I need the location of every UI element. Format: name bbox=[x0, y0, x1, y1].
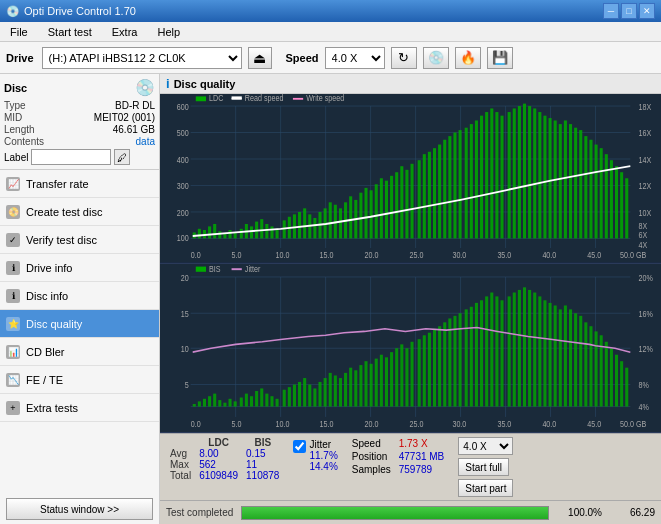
test-speed-select[interactable]: 4.0 X bbox=[458, 437, 513, 455]
svg-text:16X: 16X bbox=[639, 129, 652, 139]
position-value: 47731 MB bbox=[395, 450, 449, 463]
svg-text:18X: 18X bbox=[639, 102, 652, 112]
svg-rect-212 bbox=[533, 292, 536, 406]
jitter-checkbox[interactable] bbox=[293, 440, 306, 453]
svg-rect-191 bbox=[423, 335, 426, 406]
minimize-button[interactable]: ─ bbox=[603, 3, 619, 19]
svg-text:6X: 6X bbox=[639, 231, 648, 241]
save-button[interactable]: 💾 bbox=[487, 47, 513, 69]
svg-rect-182 bbox=[375, 358, 378, 406]
samples-label: Samples bbox=[348, 463, 395, 476]
drive-select[interactable]: (H:) ATAPI iHBS112 2 CL0K bbox=[42, 47, 242, 69]
svg-text:Jitter: Jitter bbox=[245, 264, 261, 274]
svg-rect-188 bbox=[405, 348, 408, 406]
svg-text:12X: 12X bbox=[639, 182, 652, 192]
svg-rect-185 bbox=[390, 352, 393, 406]
drive-info-label: Drive info bbox=[26, 262, 72, 274]
contents-key: Contents bbox=[4, 136, 54, 147]
svg-rect-39 bbox=[313, 218, 316, 238]
menu-file[interactable]: File bbox=[4, 24, 34, 40]
chart2-section: 20 15 10 5 20% 16% 12% 8% 4% 0.0 5.0 10.… bbox=[160, 264, 661, 434]
length-key: Length bbox=[4, 124, 54, 135]
progress-percent: 100.0% bbox=[557, 507, 602, 518]
status-window-button[interactable]: Status window >> bbox=[6, 498, 153, 520]
svg-rect-52 bbox=[380, 178, 383, 238]
svg-text:10.0: 10.0 bbox=[276, 419, 290, 429]
svg-rect-183 bbox=[380, 354, 383, 406]
max-bis: 11 bbox=[242, 459, 283, 470]
svg-rect-195 bbox=[443, 322, 446, 406]
svg-rect-21 bbox=[218, 231, 221, 238]
sidebar-item-disc-quality[interactable]: ⭐ Disc quality bbox=[0, 310, 159, 338]
refresh-button[interactable]: ↻ bbox=[391, 47, 417, 69]
svg-text:Write speed: Write speed bbox=[306, 94, 344, 103]
svg-rect-213 bbox=[538, 296, 541, 406]
svg-rect-89 bbox=[574, 128, 577, 239]
sidebar-item-cd-bler[interactable]: 📊 CD Bler bbox=[0, 338, 159, 366]
chart2-svg: 20 15 10 5 20% 16% 12% 8% 4% 0.0 5.0 10.… bbox=[160, 264, 661, 433]
speed-select[interactable]: 4.0 X bbox=[325, 47, 385, 69]
svg-rect-64 bbox=[443, 140, 446, 239]
start-part-button[interactable]: Start part bbox=[458, 479, 513, 497]
svg-rect-187 bbox=[400, 344, 403, 406]
sidebar-item-fe-te[interactable]: 📉 FE / TE bbox=[0, 366, 159, 394]
disc-button[interactable]: 💿 bbox=[423, 47, 449, 69]
burn-button[interactable]: 🔥 bbox=[455, 47, 481, 69]
app-title: Opti Drive Control 1.70 bbox=[24, 5, 136, 17]
sidebar-item-transfer-rate[interactable]: 📈 Transfer rate bbox=[0, 170, 159, 198]
svg-rect-176 bbox=[344, 372, 347, 406]
svg-rect-166 bbox=[293, 384, 296, 406]
bis-header: BIS bbox=[242, 437, 283, 448]
svg-rect-200 bbox=[470, 306, 473, 406]
menu-extra[interactable]: Extra bbox=[106, 24, 144, 40]
avg-label: Avg bbox=[166, 448, 195, 459]
jitter-area: Jitter 11.7% 14.4% bbox=[293, 437, 337, 472]
create-test-label: Create test disc bbox=[26, 206, 102, 218]
svg-rect-180 bbox=[364, 361, 367, 406]
progress-extra: 66.29 bbox=[610, 507, 655, 518]
sidebar-item-disc-info[interactable]: ℹ Disc info bbox=[0, 282, 159, 310]
sidebar-item-extra-tests[interactable]: + Extra tests bbox=[0, 394, 159, 422]
svg-text:20%: 20% bbox=[639, 273, 653, 283]
svg-rect-96 bbox=[610, 160, 613, 238]
cd-bler-icon: 📊 bbox=[6, 345, 20, 359]
svg-rect-22 bbox=[223, 234, 226, 239]
svg-rect-37 bbox=[303, 208, 306, 238]
svg-rect-17 bbox=[198, 229, 201, 239]
svg-rect-205 bbox=[495, 296, 498, 406]
start-full-button[interactable]: Start full bbox=[458, 458, 509, 476]
svg-rect-97 bbox=[615, 166, 618, 238]
maximize-button[interactable]: □ bbox=[621, 3, 637, 19]
extra-tests-icon: + bbox=[6, 401, 20, 415]
svg-rect-151 bbox=[213, 393, 216, 406]
svg-rect-177 bbox=[349, 367, 352, 406]
svg-rect-30 bbox=[265, 224, 268, 238]
sidebar-item-verify-test-disc[interactable]: ✓ Verify test disc bbox=[0, 226, 159, 254]
disc-quality-icon: ⭐ bbox=[6, 317, 20, 331]
content-area: i Disc quality bbox=[160, 74, 661, 524]
svg-text:10X: 10X bbox=[639, 208, 652, 218]
close-button[interactable]: ✕ bbox=[639, 3, 655, 19]
disc-label-input[interactable] bbox=[31, 149, 111, 165]
svg-rect-76 bbox=[508, 112, 511, 238]
progress-bar-outer bbox=[241, 506, 549, 520]
eject-button[interactable]: ⏏ bbox=[248, 47, 272, 69]
svg-text:10: 10 bbox=[181, 344, 189, 354]
svg-rect-27 bbox=[250, 226, 253, 238]
svg-rect-36 bbox=[298, 212, 301, 238]
svg-rect-199 bbox=[465, 309, 468, 406]
svg-rect-149 bbox=[203, 398, 206, 406]
menu-start-test[interactable]: Start test bbox=[42, 24, 98, 40]
svg-rect-221 bbox=[579, 315, 582, 406]
disc-info-label: Disc info bbox=[26, 290, 68, 302]
svg-rect-55 bbox=[395, 172, 398, 238]
drive-label: Drive bbox=[6, 52, 34, 64]
svg-rect-63 bbox=[438, 145, 441, 239]
sidebar-item-drive-info[interactable]: ℹ Drive info bbox=[0, 254, 159, 282]
svg-text:35.0: 35.0 bbox=[497, 419, 511, 429]
create-test-icon: 📀 bbox=[6, 205, 20, 219]
menu-help[interactable]: Help bbox=[151, 24, 186, 40]
svg-text:300: 300 bbox=[177, 182, 190, 192]
disc-label-button[interactable]: 🖊 bbox=[114, 149, 130, 165]
sidebar-item-create-test-disc[interactable]: 📀 Create test disc bbox=[0, 198, 159, 226]
